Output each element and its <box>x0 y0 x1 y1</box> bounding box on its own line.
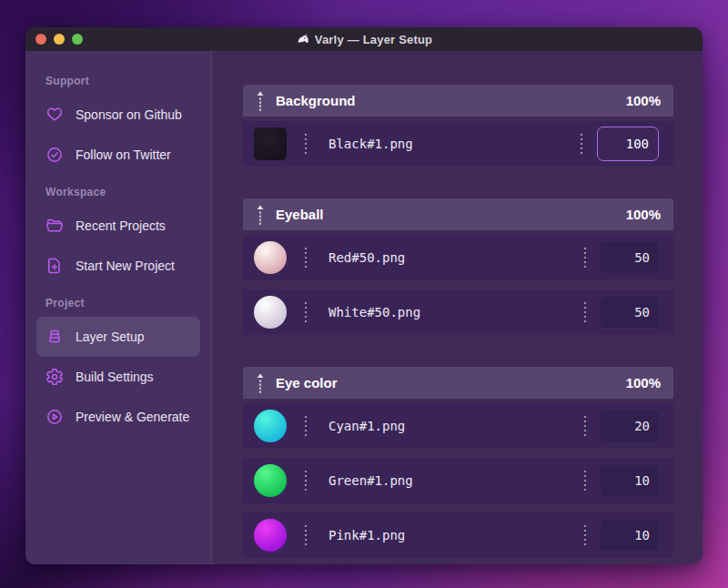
layer-row[interactable]: Pink#1.png <box>243 512 673 558</box>
row-drag-handle-icon[interactable] <box>305 416 307 436</box>
layer-group-name: Background <box>276 93 356 108</box>
sidebar-item-start-new-project[interactable]: Start New Project <box>36 246 200 286</box>
app-window: Varly — Layer Setup Support Sponsor on G… <box>25 27 703 564</box>
layer-group-eye-color: Eye color 100% Cyan#1.png Green#1.png Pi… <box>243 367 673 558</box>
drag-handle-icon[interactable] <box>256 204 265 226</box>
value-drag-handle-icon[interactable] <box>584 416 586 436</box>
verified-badge-icon <box>46 146 64 164</box>
sidebar-sections: Support Sponsor on Github Follow on Twit… <box>36 75 200 437</box>
opacity-input[interactable] <box>601 520 659 551</box>
sidebar-section: Workspace Recent Projects Start New Proj… <box>36 186 200 286</box>
value-drag-handle-icon[interactable] <box>584 248 586 268</box>
layer-file-name: Black#1.png <box>329 137 581 151</box>
layer-thumbnail <box>254 127 287 160</box>
main-panel: Background 100% Black#1.png Eyeball 100% <box>212 51 703 564</box>
layer-file-name: Red#50.png <box>329 250 584 265</box>
layers-icon <box>46 328 64 346</box>
opacity-input[interactable] <box>601 297 659 328</box>
sidebar-section-label: Project <box>36 297 200 309</box>
layer-row[interactable]: Cyan#1.png <box>243 403 673 449</box>
layer-group-name: Eyeball <box>276 207 324 222</box>
layer-group-background: Background 100% Black#1.png <box>243 85 673 167</box>
layer-group-header[interactable]: Background 100% <box>243 85 673 117</box>
layer-groups: Background 100% Black#1.png Eyeball 100% <box>243 85 673 558</box>
sidebar-item-build-settings[interactable]: Build Settings <box>36 357 200 397</box>
layer-thumbnail <box>254 519 287 552</box>
sidebar-section: Project Layer Setup Build Settings Previ… <box>36 297 200 437</box>
folder-open-icon <box>46 217 64 235</box>
layer-group-header[interactable]: Eyeball 100% <box>243 198 673 230</box>
sidebar-item-label: Sponsor on Github <box>76 107 182 122</box>
play-circle-icon <box>46 408 64 426</box>
layer-thumbnail <box>254 241 287 274</box>
layer-thumbnail <box>254 296 287 329</box>
sidebar-item-label: Layer Setup <box>76 329 145 344</box>
sidebar-item-recent-projects[interactable]: Recent Projects <box>36 206 200 246</box>
row-drag-handle-icon[interactable] <box>305 302 307 322</box>
layer-file-name: Cyan#1.png <box>329 419 584 433</box>
layer-row[interactable]: Red#50.png <box>243 235 673 280</box>
layer-file-name: White#50.png <box>329 305 584 319</box>
layer-group-eyeball: Eyeball 100% Red#50.png White#50.png <box>243 198 673 335</box>
layer-group-weight: 100% <box>626 93 661 108</box>
sidebar-item-label: Recent Projects <box>76 218 166 233</box>
layer-row[interactable]: White#50.png <box>243 289 673 335</box>
sidebar-section-label: Workspace <box>36 186 200 198</box>
value-drag-handle-icon[interactable] <box>581 134 582 154</box>
row-drag-handle-icon[interactable] <box>305 525 307 545</box>
opacity-input[interactable] <box>597 127 659 161</box>
sidebar-section: Support Sponsor on Github Follow on Twit… <box>36 75 200 175</box>
layer-group-weight: 100% <box>626 207 661 222</box>
value-drag-handle-icon[interactable] <box>584 471 586 491</box>
window-title-text: Varly — Layer Setup <box>315 33 433 46</box>
sidebar-item-label: Preview & Generate <box>76 410 189 424</box>
heart-icon <box>46 106 64 124</box>
row-drag-handle-icon[interactable] <box>305 248 307 268</box>
layer-group-weight: 100% <box>626 375 661 390</box>
layer-file-name: Pink#1.png <box>329 528 584 542</box>
layer-row[interactable]: Black#1.png <box>243 121 673 167</box>
gear-icon <box>46 368 64 386</box>
opacity-input[interactable] <box>601 242 659 273</box>
drag-handle-icon[interactable] <box>256 90 265 112</box>
layer-file-name: Green#1.png <box>329 473 584 488</box>
sidebar-item-preview-generate[interactable]: Preview & Generate <box>36 397 200 437</box>
window-title: Varly — Layer Setup <box>25 33 703 46</box>
layer-group-header[interactable]: Eye color 100% <box>243 367 673 399</box>
sidebar-item-label: Follow on Twitter <box>76 147 171 162</box>
layer-thumbnail <box>254 464 287 497</box>
sidebar: Support Sponsor on Github Follow on Twit… <box>25 51 212 564</box>
layer-group-name: Eye color <box>276 375 338 390</box>
sidebar-section-label: Support <box>36 75 200 87</box>
row-drag-handle-icon[interactable] <box>305 134 307 154</box>
file-plus-icon <box>46 257 64 275</box>
sidebar-item-label: Build Settings <box>76 370 154 384</box>
opacity-input[interactable] <box>601 411 659 441</box>
unicorn-icon <box>296 33 309 46</box>
layer-row[interactable]: Green#1.png <box>243 458 673 503</box>
value-drag-handle-icon[interactable] <box>584 525 586 545</box>
row-drag-handle-icon[interactable] <box>305 471 307 491</box>
drag-handle-icon[interactable] <box>256 372 265 394</box>
sidebar-item-layer-setup[interactable]: Layer Setup <box>36 317 200 357</box>
value-drag-handle-icon[interactable] <box>584 302 586 322</box>
layer-thumbnail <box>254 410 287 442</box>
sidebar-item-sponsor-on-github[interactable]: Sponsor on Github <box>36 95 200 135</box>
sidebar-item-follow-on-twitter[interactable]: Follow on Twitter <box>36 135 200 175</box>
opacity-input[interactable] <box>601 465 659 496</box>
titlebar: Varly — Layer Setup <box>25 27 703 51</box>
sidebar-item-label: Start New Project <box>76 259 175 273</box>
